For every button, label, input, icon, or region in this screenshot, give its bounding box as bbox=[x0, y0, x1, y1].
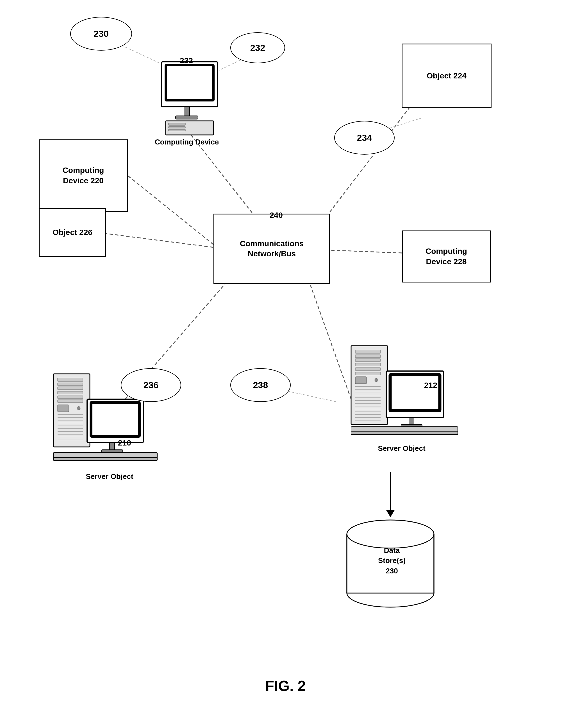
svg-rect-25 bbox=[168, 129, 185, 131]
ellipse-232: 232 bbox=[230, 32, 285, 63]
server-left-label: Server Object bbox=[59, 472, 160, 481]
svg-rect-74 bbox=[390, 375, 440, 411]
svg-rect-57 bbox=[355, 372, 380, 375]
network-label: CommunicationsNetwork/Bus bbox=[240, 239, 304, 259]
svg-rect-28 bbox=[58, 383, 83, 386]
svg-rect-58 bbox=[355, 377, 366, 384]
svg-rect-54 bbox=[355, 359, 380, 361]
svg-rect-29 bbox=[58, 387, 83, 389]
svg-point-34 bbox=[77, 406, 80, 410]
server-right-label: Server Object bbox=[351, 444, 452, 453]
ellipse-238-label: 238 bbox=[253, 380, 268, 390]
svg-rect-19 bbox=[166, 65, 214, 100]
svg-rect-27 bbox=[58, 378, 83, 381]
svg-rect-32 bbox=[58, 400, 83, 402]
ellipse-230-label: 230 bbox=[94, 29, 108, 39]
ellipse-234-label: 234 bbox=[357, 133, 372, 143]
ref-240: 240 bbox=[270, 211, 283, 220]
svg-line-6 bbox=[309, 281, 351, 399]
svg-rect-33 bbox=[58, 405, 69, 412]
network-box: CommunicationsNetwork/Bus bbox=[214, 214, 330, 284]
svg-point-59 bbox=[375, 378, 378, 382]
svg-line-1 bbox=[191, 135, 253, 214]
computing-device-top-label: Computing Device bbox=[152, 138, 222, 147]
ellipse-238: 238 bbox=[230, 368, 291, 402]
computing-device-228-box: ComputingDevice 228 bbox=[402, 231, 491, 282]
svg-rect-75 bbox=[409, 418, 414, 425]
svg-rect-50 bbox=[53, 458, 157, 460]
svg-rect-48 bbox=[102, 450, 123, 453]
ref-210: 210 bbox=[118, 439, 131, 448]
svg-line-3 bbox=[104, 233, 214, 247]
svg-marker-13 bbox=[386, 510, 394, 517]
ellipse-236-label: 236 bbox=[143, 380, 158, 390]
svg-rect-23 bbox=[168, 123, 185, 125]
svg-rect-31 bbox=[58, 396, 83, 398]
computing-device-220-box: ComputingDevice 220 bbox=[39, 140, 128, 212]
svg-line-9 bbox=[118, 43, 163, 65]
svg-rect-78 bbox=[351, 432, 458, 435]
fig-caption: FIG. 2 bbox=[0, 677, 571, 694]
svg-rect-56 bbox=[355, 368, 380, 370]
svg-rect-30 bbox=[58, 391, 83, 394]
svg-line-0 bbox=[128, 176, 214, 245]
svg-rect-53 bbox=[355, 355, 380, 358]
ellipse-230: 230 bbox=[70, 17, 132, 51]
svg-rect-55 bbox=[355, 363, 380, 366]
svg-rect-47 bbox=[110, 443, 115, 451]
object-226-label: Object 226 bbox=[52, 227, 92, 238]
data-store-label: DataStore(s)230 bbox=[357, 545, 427, 576]
computing-device-228-label: ComputingDevice 228 bbox=[426, 246, 467, 267]
svg-rect-21 bbox=[176, 116, 198, 119]
ref-222: 222 bbox=[180, 56, 193, 65]
diagram-svg bbox=[0, 0, 571, 728]
svg-rect-52 bbox=[355, 350, 380, 353]
svg-point-81 bbox=[347, 520, 434, 548]
ellipse-232-label: 232 bbox=[250, 43, 265, 53]
svg-rect-46 bbox=[91, 402, 139, 436]
diagram: ComputingDevice 220 Object 224 Object 22… bbox=[0, 0, 571, 728]
object-226-box: Object 226 bbox=[39, 208, 106, 257]
computing-device-220-label: ComputingDevice 220 bbox=[63, 165, 104, 186]
ellipse-234: 234 bbox=[334, 121, 394, 155]
svg-line-4 bbox=[330, 250, 402, 253]
ref-212: 212 bbox=[424, 381, 437, 390]
object-224-box: Object 224 bbox=[402, 43, 491, 108]
ellipse-236: 236 bbox=[121, 368, 181, 402]
object-224-label: Object 224 bbox=[427, 71, 466, 81]
svg-rect-24 bbox=[168, 126, 185, 128]
svg-rect-20 bbox=[184, 107, 190, 117]
